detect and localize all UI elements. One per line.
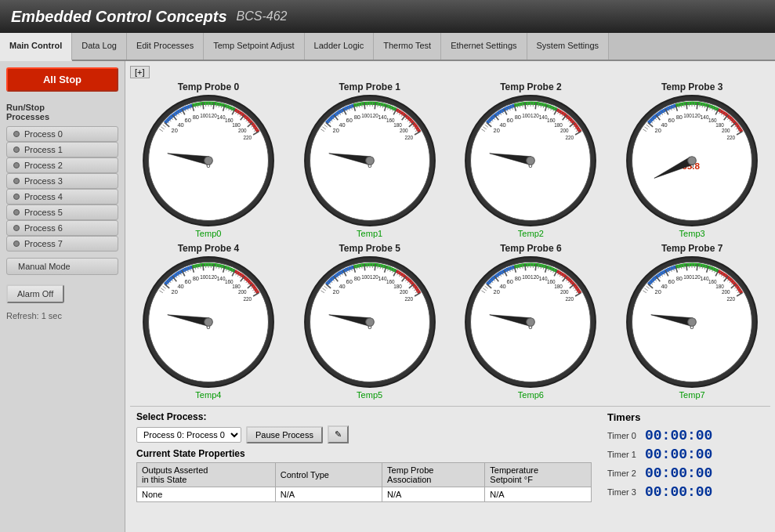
process-button-6[interactable]: Process 6 — [6, 220, 118, 236]
gauge-container-2: Temp Probe 2 204060801001201401601802002… — [453, 81, 610, 238]
svg-text:120: 120 — [370, 274, 378, 280]
svg-text:220: 220 — [243, 296, 252, 302]
svg-line-367 — [525, 264, 526, 271]
timer-name-2: Timer 2 — [607, 469, 639, 478]
svg-text:120: 120 — [531, 113, 539, 118]
svg-text:100: 100 — [683, 274, 692, 280]
svg-text:60: 60 — [346, 117, 352, 124]
svg-text:80: 80 — [353, 114, 360, 121]
svg-text:220: 220 — [727, 135, 736, 140]
state-table: Outputs Assertedin this StateControl Typ… — [136, 462, 592, 502]
svg-text:180: 180 — [232, 122, 241, 128]
svg-line-7 — [213, 103, 214, 110]
expand-button[interactable]: [+] — [130, 66, 150, 78]
svg-text:60: 60 — [507, 278, 513, 285]
svg-text:60: 60 — [184, 278, 190, 285]
process-dot-2 — [13, 162, 20, 168]
gauge-title-1: Temp Probe 1 — [339, 81, 400, 92]
svg-text:200: 200 — [400, 289, 408, 295]
svg-text:120: 120 — [692, 113, 701, 118]
tab-ethernet-settings[interactable]: Ethernet Settings — [441, 33, 527, 60]
process-button-2[interactable]: Process 2 — [6, 157, 118, 173]
svg-text:200: 200 — [238, 128, 247, 133]
svg-text:120: 120 — [208, 274, 217, 280]
timers-list: Timer 000:00:00Timer 100:00:00Timer 200:… — [607, 428, 764, 500]
process-button-0[interactable]: Process 0 — [6, 126, 118, 142]
svg-text:60: 60 — [668, 117, 675, 124]
gauge-container-4: Temp Probe 4 204060801001201401601802002… — [130, 243, 287, 400]
all-stop-button[interactable]: All Stop — [6, 67, 118, 92]
brand-name: Embedded Control Concepts — [11, 8, 227, 26]
process-dot-1 — [13, 147, 20, 153]
process-button-5[interactable]: Process 5 — [6, 204, 118, 220]
tab-system-settings[interactable]: System Settings — [527, 33, 609, 60]
svg-text:200: 200 — [560, 128, 569, 133]
svg-line-308 — [375, 264, 375, 271]
gauge-1: 20406080100120140160180200220 0 — [303, 94, 436, 227]
edit-process-button[interactable]: ✎ — [328, 425, 349, 443]
state-table-header-2: Temp ProbeAssociation — [382, 463, 485, 487]
select-process-label: Select Process: — [136, 411, 592, 422]
svg-text:40: 40 — [661, 283, 668, 290]
svg-point-59 — [205, 157, 213, 165]
svg-text:180: 180 — [232, 284, 241, 289]
tab-thermo-test[interactable]: Thermo Test — [374, 33, 441, 60]
process-button-1[interactable]: Process 1 — [6, 142, 118, 157]
alarm-off-button[interactable]: Alarm Off — [6, 284, 64, 303]
svg-text:220: 220 — [566, 296, 574, 302]
svg-text:100: 100 — [200, 113, 208, 118]
svg-text:60: 60 — [346, 278, 352, 285]
gauge-title-4: Temp Probe 4 — [178, 243, 239, 254]
svg-text:120: 120 — [208, 113, 217, 118]
svg-point-179 — [527, 157, 535, 165]
state-props-label: Current State Properties — [136, 448, 592, 459]
gauge-label-3: Temp3 — [679, 229, 705, 238]
nav-bar: Main ControlData LogEdit ProcessesTemp S… — [0, 33, 775, 61]
tab-edit-processes[interactable]: Edit Processes — [127, 33, 204, 60]
timer-row-0: Timer 000:00:00 — [607, 428, 764, 443]
gauges-grid: Temp Probe 0 204060801001201401601802002… — [130, 81, 770, 400]
manual-mode-button[interactable]: Manual Mode — [6, 258, 118, 275]
tab-main-control[interactable]: Main Control — [0, 33, 72, 61]
svg-text:120: 120 — [531, 274, 539, 280]
process-select-row: Process 0: Process 0Process 1Process 2Pr… — [136, 425, 592, 443]
timers-label: Timers — [607, 411, 764, 423]
process-button-3[interactable]: Process 3 — [6, 173, 118, 189]
app-header: Embedded Control Concepts BCS-462 — [0, 0, 775, 33]
svg-text:100: 100 — [523, 113, 531, 118]
process-button-4[interactable]: Process 4 — [6, 189, 118, 204]
svg-text:80: 80 — [193, 114, 199, 121]
gauge-3: 20406080100120140160180200220 0 65.8 — [625, 94, 759, 227]
timer-name-1: Timer 1 — [607, 450, 639, 459]
process-dot-5 — [13, 209, 20, 215]
gauge-title-5: Temp Probe 5 — [339, 243, 400, 254]
svg-text:220: 220 — [404, 135, 413, 140]
svg-text:200: 200 — [722, 128, 730, 133]
state-table-header-0: Outputs Assertedin this State — [137, 463, 276, 487]
svg-text:80: 80 — [515, 275, 521, 282]
svg-text:180: 180 — [555, 122, 563, 128]
svg-text:40: 40 — [339, 121, 345, 128]
svg-text:220: 220 — [566, 135, 574, 140]
process-dot-3 — [13, 178, 20, 184]
process-select[interactable]: Process 0: Process 0Process 1Process 2Pr… — [136, 427, 241, 443]
svg-text:80: 80 — [676, 275, 683, 282]
timer-value-0: 00:00:00 — [645, 428, 712, 443]
gauge-6: 20406080100120140160180200220 0 — [464, 255, 597, 389]
svg-text:100: 100 — [200, 274, 208, 280]
svg-text:40: 40 — [339, 283, 345, 290]
tab-data-log[interactable]: Data Log — [72, 33, 127, 60]
pause-process-button[interactable]: Pause Process — [246, 426, 323, 443]
timers-panel: Timers Timer 000:00:00Timer 100:00:00Tim… — [607, 411, 764, 503]
state-table-header-1: Control Type — [275, 463, 382, 487]
timer-value-2: 00:00:00 — [645, 465, 712, 481]
svg-text:80: 80 — [676, 114, 683, 121]
tab-temp-setpoint[interactable]: Temp Setpoint Adjust — [204, 33, 304, 60]
gauge-2: 20406080100120140160180200220 0 — [464, 94, 597, 227]
process-button-7[interactable]: Process 7 — [6, 236, 118, 252]
tab-ladder-logic[interactable]: Ladder Logic — [305, 33, 375, 60]
timer-row-1: Timer 100:00:00 — [607, 447, 764, 462]
svg-line-187 — [697, 103, 697, 110]
state-table-cell-1: N/A — [275, 487, 382, 502]
svg-text:40: 40 — [500, 283, 506, 290]
